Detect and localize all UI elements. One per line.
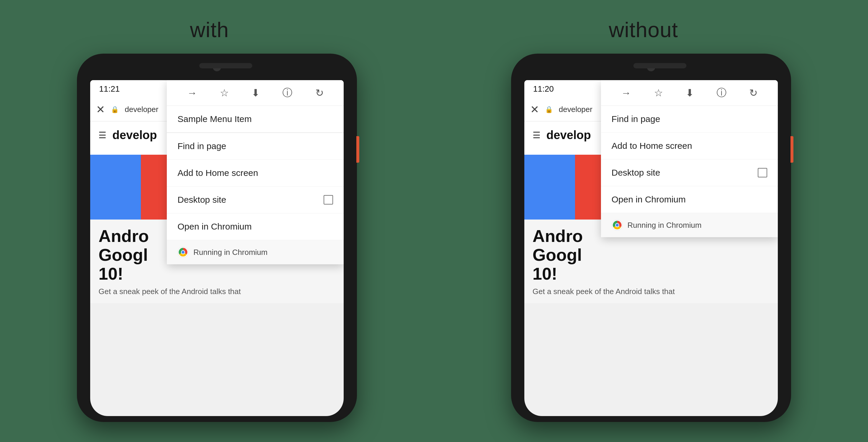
hamburger-icon-right[interactable]: ☰ <box>533 130 540 140</box>
menu-item-open-right[interactable]: Open in Chromium <box>601 186 778 213</box>
chromium-icon-left <box>178 247 189 258</box>
speaker-left <box>199 63 252 68</box>
info-icon-right[interactable]: ⓘ <box>716 86 726 100</box>
phone-screen-left: 11:21 ▾ ▲ ▮ ✕ 🔒 developer ☰ <box>90 80 344 416</box>
download-icon-right[interactable]: ⬇ <box>686 87 694 99</box>
refresh-icon-left[interactable]: ↻ <box>315 87 323 99</box>
forward-icon-right[interactable]: → <box>621 87 631 99</box>
desktop-checkbox-right[interactable] <box>758 168 767 178</box>
labels-row: with without <box>0 0 868 54</box>
dropdown-toolbar-left: → ☆ ⬇ ⓘ ↻ <box>167 80 344 106</box>
dropdown-footer-left: Running in Chromium <box>167 240 344 264</box>
svg-point-3 <box>182 251 185 254</box>
desktop-checkbox-left[interactable] <box>323 195 333 204</box>
menu-item-home-right[interactable]: Add to Home screen <box>601 133 778 159</box>
speaker-right <box>633 63 686 68</box>
side-button-right <box>790 136 794 163</box>
phone-top-bar-right <box>511 54 791 80</box>
side-button-left <box>356 136 359 163</box>
forward-icon-left[interactable]: → <box>187 87 197 99</box>
lock-icon-right: 🔒 <box>545 106 553 114</box>
phone-top-bar-left <box>77 54 357 80</box>
bookmark-icon-left[interactable]: ☆ <box>220 87 229 99</box>
time-left: 11:21 <box>99 84 120 94</box>
dropdown-toolbar-right: → ☆ ⬇ ⓘ ↻ <box>601 80 778 106</box>
menu-item-home-left[interactable]: Add to Home screen <box>167 160 344 187</box>
svg-point-7 <box>616 224 619 227</box>
menu-item-open-left[interactable]: Open in Chromium <box>167 213 344 240</box>
hamburger-icon-left[interactable]: ☰ <box>98 130 106 140</box>
chromium-text-left: Running in Chromium <box>193 248 267 257</box>
android-subtitle-left: Get a sneak peek of the Android talks th… <box>98 287 335 296</box>
chromium-icon-right <box>612 220 623 231</box>
android-subtitle-right: Get a sneak peek of the Android talks th… <box>533 287 770 296</box>
with-label: with <box>190 18 229 42</box>
refresh-icon-right[interactable]: ↻ <box>749 87 757 99</box>
phone-screen-right: 11:20 ▾ ▲ ▮ ✕ 🔒 developer ☰ <box>524 80 778 416</box>
menu-item-desktop-left[interactable]: Desktop site <box>167 187 344 213</box>
dropdown-menu-left[interactable]: → ☆ ⬇ ⓘ ↻ Sample Menu Item Find in page <box>167 80 344 264</box>
dropdown-menu-right[interactable]: → ☆ ⬇ ⓘ ↻ Find in page Add to Home scree… <box>601 80 778 237</box>
phones-row: 11:21 ▾ ▲ ▮ ✕ 🔒 developer ☰ <box>0 54 868 422</box>
lock-icon-left: 🔒 <box>111 106 119 114</box>
menu-item-sample[interactable]: Sample Menu Item <box>167 106 344 133</box>
bar-blue-left <box>90 155 141 220</box>
web-logo-left: develop <box>112 128 157 142</box>
web-logo-right: develop <box>547 128 591 142</box>
info-icon-left[interactable]: ⓘ <box>282 86 292 100</box>
menu-item-desktop-right[interactable]: Desktop site <box>601 159 778 186</box>
phone-right: 11:20 ▾ ▲ ▮ ✕ 🔒 developer ☰ <box>511 54 791 422</box>
menu-item-find-left[interactable]: Find in page <box>167 133 344 160</box>
chromium-text-right: Running in Chromium <box>627 221 702 230</box>
bookmark-icon-right[interactable]: ☆ <box>654 87 663 99</box>
phone-left: 11:21 ▾ ▲ ▮ ✕ 🔒 developer ☰ <box>77 54 357 422</box>
close-icon-left[interactable]: ✕ <box>96 103 105 116</box>
download-icon-left[interactable]: ⬇ <box>251 87 260 99</box>
close-icon-right[interactable]: ✕ <box>530 103 539 116</box>
time-right: 11:20 <box>533 84 554 94</box>
dropdown-footer-right: Running in Chromium <box>601 213 778 237</box>
without-label: without <box>609 18 678 42</box>
menu-item-find-right[interactable]: Find in page <box>601 106 778 133</box>
bar-blue-right <box>524 155 575 220</box>
